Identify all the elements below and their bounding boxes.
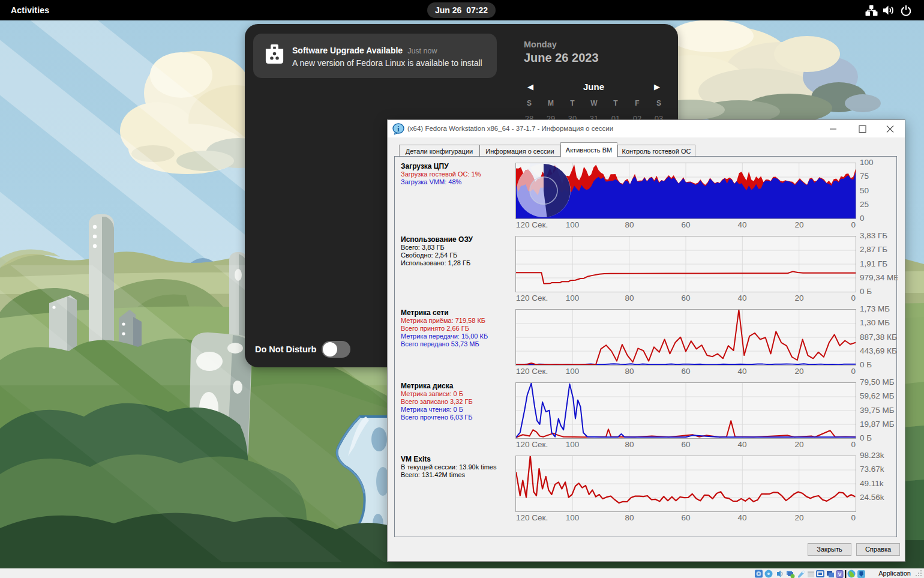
- svg-text:V: V: [838, 571, 841, 577]
